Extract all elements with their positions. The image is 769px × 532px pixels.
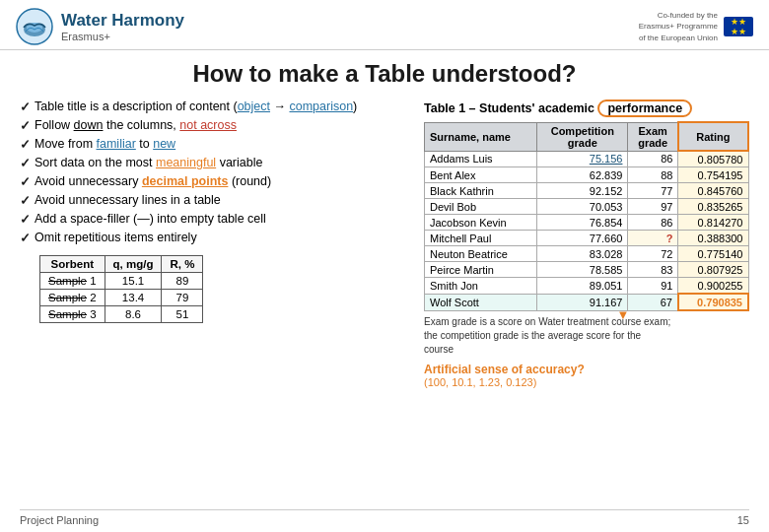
logo-icon: [16, 8, 53, 45]
logo-subtitle: Erasmus+: [61, 31, 184, 42]
exam-cell: 86: [628, 215, 678, 231]
name-cell-martin: Peirce Martin: [425, 262, 537, 278]
meaningful-text: meaningful: [156, 156, 216, 169]
table-row: Sample 1 15.1 89: [40, 273, 203, 290]
r-cell: 51: [162, 306, 203, 323]
object-link: object: [238, 100, 270, 113]
table-row: Jacobson Kevin 76.854 86 0.814270: [425, 215, 749, 231]
sorbent-cell: Sample 3: [40, 306, 105, 323]
exam-cell: 86: [628, 151, 678, 167]
col-q: q, mg/g: [105, 256, 162, 273]
eu-funding-text: Co-funded by theErasmus+ Programmeof the…: [639, 10, 718, 43]
table-row: Sample 3 8.6 51: [40, 306, 203, 323]
eu-funding-area: Co-funded by theErasmus+ Programmeof the…: [639, 10, 753, 43]
main-content: How to make a Table understood? ✓ Table …: [0, 50, 769, 396]
comparison-link: comparison: [289, 100, 353, 113]
performance-label: performance: [597, 100, 692, 117]
exam-cell: 72: [628, 246, 678, 262]
table-row: Mitchell Paul 77.660 ? 0.388300: [425, 231, 749, 246]
comp-cell: 78.585: [537, 262, 628, 278]
eu-flag-icon: ★★★★: [724, 17, 753, 36]
r-cell: 79: [162, 290, 203, 306]
name-cell: Addams Luis: [425, 151, 537, 167]
small-table-area: Sorbent q, mg/g R, % Sample 1 15.1 89 Sa…: [39, 255, 408, 323]
data-table: Surname, name Competitiongrade Examgrade…: [424, 121, 749, 311]
bullet-4: ✓ Sort data on the most meaningful varia…: [20, 156, 408, 170]
not-across-text: not across: [179, 118, 237, 132]
name-cell: Bent Alex: [425, 167, 537, 183]
name-cell: Devil Bob: [425, 199, 537, 215]
comp-cell: 92.152: [537, 183, 628, 199]
new-text: new: [153, 137, 175, 151]
table-row: Addams Luis 75.156 86 0.805780: [425, 151, 749, 167]
small-table: Sorbent q, mg/g R, % Sample 1 15.1 89 Sa…: [39, 255, 203, 323]
header: Water Harmony Erasmus+ Co-funded by theE…: [0, 0, 769, 50]
table-row: Sample 2 13.4 79: [40, 290, 203, 306]
exam-cell: 83: [628, 262, 678, 278]
rating-cell: 0.388300: [678, 231, 748, 246]
col-r: R, %: [162, 256, 203, 273]
table-row: Peirce Martin 78.585 83 0.807925: [425, 262, 749, 278]
col-sorbent: Sorbent: [40, 256, 105, 273]
rating-cell: 0.835265: [678, 199, 748, 215]
table1-title: Table 1 – Students' academic performance: [424, 100, 749, 117]
rating-cell: 0.814270: [678, 215, 748, 231]
footer-right: 15: [737, 514, 749, 526]
exam-cell: 91: [628, 278, 678, 295]
logo-title: Water Harmony: [61, 11, 184, 31]
familiar-text: familiar: [97, 137, 136, 151]
sorbent-cell: Sample 2: [40, 290, 105, 306]
bullet-5: ✓ Avoid unnecessary decimal points (roun…: [20, 174, 408, 189]
left-column: ✓ Table title is a description of conten…: [20, 100, 408, 388]
rating-cell: 0.790835: [678, 294, 748, 310]
comp-cell: 83.028: [537, 246, 628, 262]
col-comp-grade: Competitiongrade: [537, 122, 628, 151]
table-row: Neuton Beatrice 83.028 72 0.775140: [425, 246, 749, 262]
name-cell-smith: Smith Jon: [425, 278, 537, 295]
exam-cell: 77: [628, 183, 678, 199]
bullet-6: ✓ Avoid unnecessary lines in a table: [20, 193, 408, 208]
table-row: Devil Bob 70.053 97 0.835265: [425, 199, 749, 215]
exam-cell: 67: [628, 294, 678, 310]
footer-left: Project Planning: [20, 514, 99, 526]
logo-text: Water Harmony Erasmus+: [61, 11, 184, 42]
rating-cell: 0.805780: [678, 151, 748, 167]
comp-cell: 70.053: [537, 199, 628, 215]
bullet-7: ✓ Add a space-filler (—) into empty tabl…: [20, 212, 408, 227]
bullet-2: ✓ Follow down the columns, not across: [20, 118, 408, 133]
rating-cell: 0.845760: [678, 183, 748, 199]
q-cell: 8.6: [105, 306, 162, 323]
content-area: ✓ Table title is a description of conten…: [20, 100, 749, 388]
table-row: Black Kathrin 92.152 77 0.845760: [425, 183, 749, 199]
col-surname: Surname, name: [425, 122, 537, 151]
exam-cell: 88: [628, 167, 678, 183]
r-cell: 89: [162, 273, 203, 290]
page-title: How to make a Table understood?: [20, 60, 749, 88]
q-cell: 13.4: [105, 290, 162, 306]
name-cell-wolf: Wolf Scott: [425, 294, 537, 310]
table-row: Smith Jon 89.051 91 0.900255: [425, 278, 749, 295]
sorbent-cell: Sample 1: [40, 273, 105, 290]
name-cell: Black Kathrin: [425, 183, 537, 199]
rating-cell: 0.900255: [678, 278, 748, 295]
artificial-sense-sub: (100, 10.1, 1.23, 0.123): [424, 376, 749, 388]
table-row-wolf: Wolf Scott 91.167 ▼ 67 0.790835: [425, 294, 749, 310]
name-cell: Neuton Beatrice: [425, 246, 537, 262]
down-text: down: [74, 118, 104, 132]
name-cell: Mitchell Paul: [425, 231, 537, 246]
table-row: Bent Alex 62.839 88 0.754195: [425, 167, 749, 183]
down-arrow-icon: ▼: [617, 307, 630, 322]
rating-cell: 0.754195: [678, 167, 748, 183]
logo-area: Water Harmony Erasmus+: [16, 8, 184, 45]
q-cell: 15.1: [105, 273, 162, 290]
comp-cell: 89.051: [537, 278, 628, 295]
bullet-1: ✓ Table title is a description of conten…: [20, 100, 408, 114]
comp-cell: 62.839: [537, 167, 628, 183]
col-exam-grade: Examgrade: [628, 122, 678, 151]
col-rating: Rating: [678, 122, 748, 151]
bullet-3: ✓ Move from familiar to new: [20, 137, 408, 152]
table-note: Exam grade is a score on Water treatment…: [424, 315, 749, 357]
name-cell: Jacobson Kevin: [425, 215, 537, 231]
footer: Project Planning 15: [20, 509, 749, 526]
comp-cell: 76.854: [537, 215, 628, 231]
